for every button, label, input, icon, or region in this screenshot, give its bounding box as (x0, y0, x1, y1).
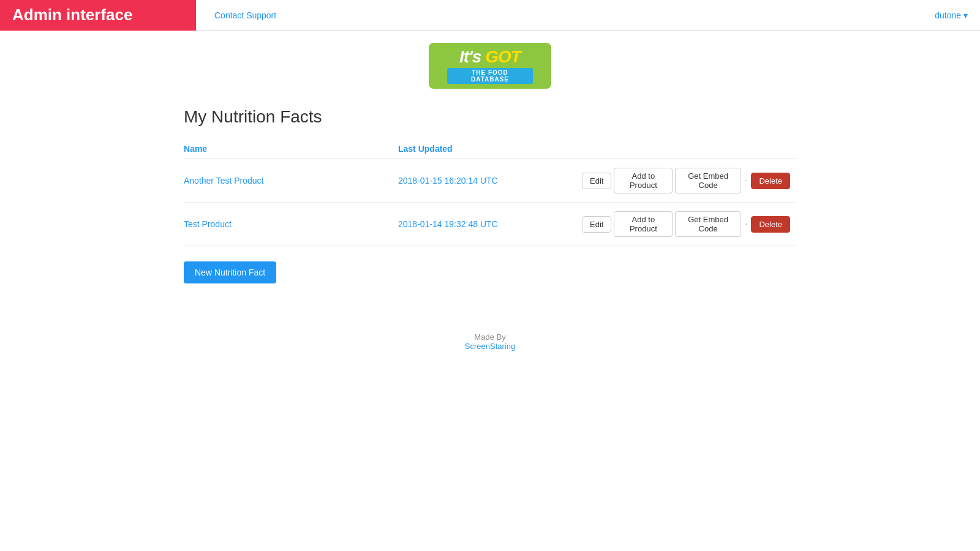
navbar-brand[interactable]: Admin interface (0, 0, 196, 31)
button-separator: · (745, 219, 747, 230)
site-logo: It's GOT The Food Database (429, 43, 551, 89)
table-header: Name Last Updated (184, 139, 796, 159)
dropdown-icon: ▾ (963, 10, 968, 20)
column-name: Name (184, 139, 398, 159)
logo-subtitle: The Food Database (447, 68, 533, 84)
new-nutrition-fact-button[interactable]: New Nutrition Fact (184, 261, 276, 283)
logo-text: It's GOT (459, 48, 521, 66)
actions-group: EditAdd to ProductGet Embed Code·Delete (582, 211, 790, 237)
edit-button[interactable]: Edit (582, 216, 611, 233)
table-row: Another Test Product2018-01-15 16:20:14 … (184, 159, 796, 203)
product-date-link[interactable]: 2018-01-14 19:32:48 UTC (398, 219, 498, 229)
add-to-product-button[interactable]: Add to Product (614, 211, 673, 237)
logo-area: It's GOT The Food Database (0, 43, 980, 89)
made-by-label: Made By (0, 332, 980, 342)
get-embed-code-button[interactable]: Get Embed Code (675, 211, 741, 237)
navbar: Admin interface Contact Support dutone ▾ (0, 0, 980, 31)
product-name-link[interactable]: Test Product (184, 219, 232, 229)
username-label: dutone (935, 10, 961, 20)
column-actions (582, 139, 796, 159)
actions-group: EditAdd to ProductGet Embed Code·Delete (582, 168, 790, 193)
author-link[interactable]: ScreenStaring (465, 342, 515, 351)
nutrition-facts-table: Name Last Updated Another Test Product20… (184, 139, 796, 246)
button-separator: · (745, 175, 747, 186)
table-body: Another Test Product2018-01-15 16:20:14 … (184, 159, 796, 246)
add-to-product-button[interactable]: Add to Product (614, 168, 673, 193)
footer: Made By ScreenStaring (0, 332, 980, 351)
get-embed-code-button[interactable]: Get Embed Code (675, 168, 741, 193)
edit-button[interactable]: Edit (582, 173, 611, 189)
logo-got: GOT (485, 47, 521, 66)
main-content: My Nutrition Facts Name Last Updated Ano… (92, 107, 888, 283)
table-row: Test Product2018-01-14 19:32:48 UTCEditA… (184, 203, 796, 246)
column-last-updated: Last Updated (398, 139, 582, 159)
navbar-links: Contact Support (196, 10, 935, 20)
product-name-link[interactable]: Another Test Product (184, 176, 263, 186)
delete-button[interactable]: Delete (751, 216, 790, 233)
contact-support-link[interactable]: Contact Support (208, 10, 282, 20)
product-date-link[interactable]: 2018-01-15 16:20:14 UTC (398, 176, 498, 186)
user-menu[interactable]: dutone ▾ (935, 10, 980, 20)
delete-button[interactable]: Delete (751, 173, 790, 189)
page-title: My Nutrition Facts (184, 107, 796, 127)
